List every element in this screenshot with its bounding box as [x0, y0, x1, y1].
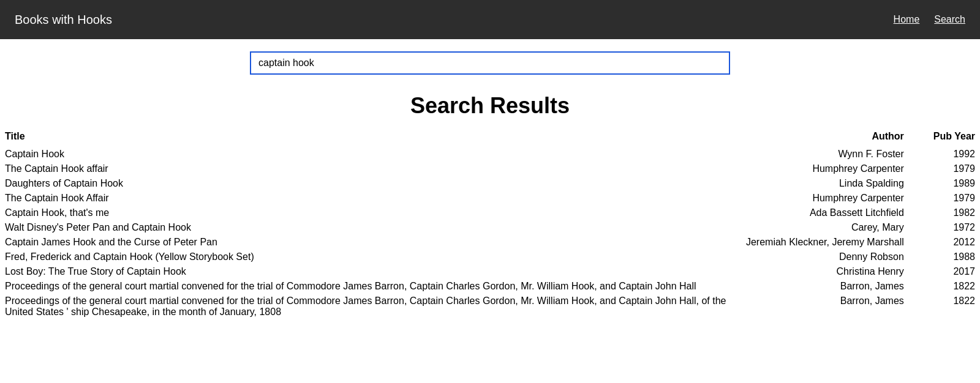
- cell-title: Captain Hook: [0, 147, 741, 162]
- col-header-author: Author: [741, 128, 929, 147]
- table-row: Proceedings of the general court martial…: [0, 279, 980, 294]
- home-link[interactable]: Home: [894, 14, 920, 25]
- cell-year: 1989: [929, 176, 980, 191]
- main-content: Search Results Title Author Pub Year Cap…: [0, 39, 980, 319]
- cell-title: The Captain Hook Affair: [0, 191, 741, 206]
- cell-author: Jeremiah Kleckner, Jeremy Marshall: [741, 235, 929, 250]
- cell-year: 1988: [929, 250, 980, 264]
- col-header-title: Title: [0, 128, 741, 147]
- cell-year: 1979: [929, 191, 980, 206]
- cell-author: Wynn F. Foster: [741, 147, 929, 162]
- table-row: Captain James Hook and the Curse of Pete…: [0, 235, 980, 250]
- cell-title: Captain Hook, that's me: [0, 206, 741, 220]
- cell-year: 1992: [929, 147, 980, 162]
- cell-year: 1822: [929, 279, 980, 294]
- cell-year: 2012: [929, 235, 980, 250]
- header-nav: Home Search: [894, 14, 965, 25]
- cell-year: 1982: [929, 206, 980, 220]
- table-row: Walt Disney's Peter Pan and Captain Hook…: [0, 220, 980, 235]
- site-header: Books with Hooks Home Search: [0, 0, 980, 39]
- cell-author: Humphrey Carpenter: [741, 191, 929, 206]
- cell-author: Ada Bassett Litchfield: [741, 206, 929, 220]
- table-row: Fred, Frederick and Captain Hook (Yellow…: [0, 250, 980, 264]
- table-row: Captain HookWynn F. Foster1992: [0, 147, 980, 162]
- cell-author: Barron, James: [741, 279, 929, 294]
- cell-title: Proceedings of the general court martial…: [0, 279, 741, 294]
- cell-title: Proceedings of the general court martial…: [0, 294, 741, 319]
- page-title: Search Results: [0, 93, 980, 119]
- cell-title: Daughters of Captain Hook: [0, 176, 741, 191]
- cell-author: Christina Henry: [741, 264, 929, 279]
- cell-year: 1979: [929, 162, 980, 176]
- table-header-row: Title Author Pub Year: [0, 128, 980, 147]
- cell-year: 2017: [929, 264, 980, 279]
- table-row: The Captain Hook AffairHumphrey Carpente…: [0, 191, 980, 206]
- table-row: Captain Hook, that's meAda Bassett Litch…: [0, 206, 980, 220]
- table-row: The Captain Hook affairHumphrey Carpente…: [0, 162, 980, 176]
- table-row: Lost Boy: The True Story of Captain Hook…: [0, 264, 980, 279]
- cell-author: Denny Robson: [741, 250, 929, 264]
- col-header-year: Pub Year: [929, 128, 980, 147]
- cell-author: Humphrey Carpenter: [741, 162, 929, 176]
- table-row: Proceedings of the general court martial…: [0, 294, 980, 319]
- results-table: Title Author Pub Year Captain HookWynn F…: [0, 128, 980, 319]
- cell-title: Lost Boy: The True Story of Captain Hook: [0, 264, 741, 279]
- cell-title: Fred, Frederick and Captain Hook (Yellow…: [0, 250, 741, 264]
- cell-year: 1972: [929, 220, 980, 235]
- table-row: Daughters of Captain HookLinda Spalding1…: [0, 176, 980, 191]
- site-logo: Books with Hooks: [15, 13, 112, 27]
- search-input[interactable]: [250, 51, 730, 75]
- cell-title: The Captain Hook affair: [0, 162, 741, 176]
- cell-author: Linda Spalding: [741, 176, 929, 191]
- search-link[interactable]: Search: [934, 14, 965, 25]
- cell-author: Carey, Mary: [741, 220, 929, 235]
- cell-author: Barron, James: [741, 294, 929, 319]
- cell-title: Walt Disney's Peter Pan and Captain Hook: [0, 220, 741, 235]
- cell-title: Captain James Hook and the Curse of Pete…: [0, 235, 741, 250]
- search-bar-container: [0, 39, 980, 81]
- cell-year: 1822: [929, 294, 980, 319]
